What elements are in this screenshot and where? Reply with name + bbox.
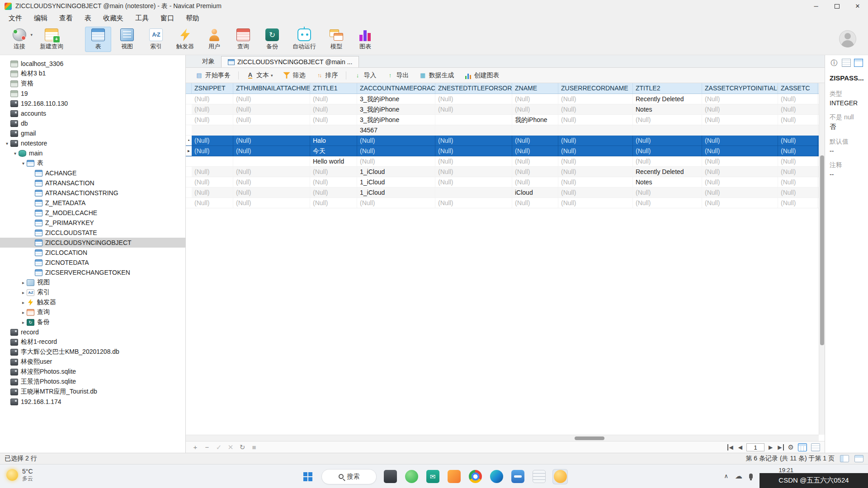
table-cell[interactable] bbox=[192, 156, 233, 166]
table-cell[interactable]: (Null) bbox=[233, 177, 310, 187]
table-cell[interactable]: (Null) bbox=[192, 136, 233, 145]
sidebar-item[interactable]: 林浚熙Photos.sqlite bbox=[0, 367, 185, 377]
table-cell[interactable]: (Null) bbox=[512, 94, 558, 104]
table-cell[interactable]: (Null) bbox=[357, 146, 435, 156]
taskbar-orange-app[interactable] bbox=[446, 469, 462, 484]
chevron-down-icon[interactable]: ▾ bbox=[12, 151, 19, 156]
table-cell[interactable]: (Null) bbox=[310, 94, 357, 104]
menu-item-2[interactable]: 查看 bbox=[53, 12, 79, 24]
taskbar-chrome-app[interactable] bbox=[467, 469, 483, 484]
chevron-right-icon[interactable]: ▸ bbox=[20, 310, 27, 315]
delete-record-button[interactable]: − bbox=[202, 443, 212, 451]
apply-changes-button[interactable]: ✓ bbox=[214, 443, 224, 451]
table-cell[interactable]: (Null) bbox=[357, 198, 435, 208]
column-header[interactable]: ZUSERRECORDNAME bbox=[558, 83, 633, 94]
table-row[interactable]: (Null)(Null)(Null)3_我的iPhone我的iPhone(Nul… bbox=[186, 115, 825, 125]
table-cell[interactable]: Recently Deleted bbox=[633, 167, 702, 177]
sidebar-item[interactable]: ZICCLOUDSTATE bbox=[0, 228, 185, 238]
table-cell[interactable]: (Null) bbox=[633, 198, 702, 208]
toolbar-view-button[interactable]: 视图 bbox=[114, 27, 140, 52]
cloud-icon[interactable]: ☁ bbox=[735, 472, 742, 480]
toolbar-backup-button[interactable]: 备份 bbox=[259, 27, 285, 52]
taskbar-notes-app[interactable] bbox=[531, 469, 547, 484]
table-cell[interactable]: 我的iPhone bbox=[512, 115, 558, 125]
sidebar-item[interactable]: ZICLOCATION bbox=[0, 248, 185, 258]
table-cell[interactable]: (Null) bbox=[702, 136, 778, 145]
sidebar-item[interactable]: 192.168.1.174 bbox=[0, 397, 185, 407]
close-button[interactable]: ✕ bbox=[847, 0, 868, 12]
table-cell[interactable]: (Null) bbox=[778, 146, 818, 156]
sidebar-item[interactable]: ZICCLOUDSYNCINGOBJECT bbox=[0, 238, 185, 248]
toolbar-trigger-button[interactable]: 触发器 bbox=[172, 27, 198, 52]
user-avatar[interactable] bbox=[839, 30, 856, 47]
table-row[interactable]: (Null)(Null)(Null)1_iCloudiCloud(Null)(N… bbox=[186, 188, 825, 198]
table-cell[interactable]: (Null) bbox=[233, 146, 310, 156]
vertical-scrollbar-thumb[interactable] bbox=[820, 155, 824, 345]
sidebar-item[interactable]: record bbox=[0, 327, 185, 337]
table-cell[interactable]: (Null) bbox=[435, 198, 512, 208]
toolbar-user-button[interactable]: 用户 bbox=[201, 27, 227, 52]
table-cell[interactable]: (Null) bbox=[778, 188, 818, 197]
toolbar-automation-button[interactable]: 自动运行 bbox=[288, 27, 321, 52]
table-cell[interactable]: (Null) bbox=[702, 177, 778, 187]
grid-toolbar-sort-button[interactable]: 排序 bbox=[311, 70, 342, 81]
table-cell[interactable]: (Null) bbox=[778, 94, 818, 104]
chevron-right-icon[interactable]: ▸ bbox=[20, 280, 27, 285]
table-cell[interactable]: (Null) bbox=[702, 156, 778, 166]
form-view-toggle[interactable] bbox=[811, 443, 820, 451]
table-cell[interactable]: (Null) bbox=[558, 146, 633, 156]
table-cell[interactable]: (Null) bbox=[310, 198, 357, 208]
table-cell[interactable]: Halo bbox=[310, 136, 357, 145]
toolbar-new-query-button[interactable]: 新建查询 bbox=[35, 27, 68, 52]
toolbar-query-button[interactable]: 查询 bbox=[230, 27, 256, 52]
table-cell[interactable]: (Null) bbox=[512, 198, 558, 208]
table-cell[interactable]: (Null) bbox=[357, 136, 435, 145]
table-cell[interactable]: (Null) bbox=[192, 115, 233, 125]
tab-table[interactable]: ZICCLOUDSYNCINGOBJECT @main ... bbox=[221, 56, 359, 67]
table-cell[interactable]: Notes bbox=[633, 177, 702, 187]
grid-toolbar-filter-button[interactable]: 筛选 bbox=[279, 70, 310, 81]
table-cell[interactable] bbox=[435, 125, 512, 135]
table-cell[interactable] bbox=[310, 125, 357, 135]
chevron-right-icon[interactable]: ▸ bbox=[20, 300, 27, 305]
table-cell[interactable]: (Null) bbox=[778, 136, 818, 145]
toolbar-model-button[interactable]: 模型 bbox=[323, 27, 349, 52]
table-cell[interactable]: (Null) bbox=[702, 146, 778, 156]
table-cell[interactable]: (Null) bbox=[702, 188, 778, 197]
sidebar-item[interactable]: 检材3 b1 bbox=[0, 69, 185, 79]
sidebar-item[interactable]: ▾表 bbox=[0, 158, 185, 168]
table-cell[interactable]: (Null) bbox=[435, 104, 512, 114]
table-cell[interactable]: (Null) bbox=[192, 177, 233, 187]
column-header[interactable]: ZASSETC bbox=[778, 83, 818, 94]
first-page-button[interactable]: ◀ bbox=[727, 444, 734, 450]
table-cell[interactable]: (Null) bbox=[192, 146, 233, 156]
table-cell[interactable]: (Null) bbox=[233, 115, 310, 125]
table-cell[interactable]: iCloud bbox=[512, 188, 558, 197]
table-cell[interactable] bbox=[233, 125, 310, 135]
column-header[interactable]: ZTITLE1 bbox=[310, 83, 357, 94]
stop-button[interactable]: ■ bbox=[249, 443, 259, 451]
column-header[interactable]: ZTHUMBNAILATTACHMEI bbox=[233, 83, 310, 94]
table-cell[interactable] bbox=[233, 156, 310, 166]
sidebar-item[interactable]: ▾notestore bbox=[0, 138, 185, 148]
horizontal-scrollbar[interactable] bbox=[186, 435, 819, 441]
column-header[interactable]: ZNESTEDTITLEFORSORTIN bbox=[435, 83, 512, 94]
table-row[interactable]: •(Null)(Null)Halo(Null)(Null)(Null)(Null… bbox=[186, 136, 825, 146]
horizontal-scrollbar-thumb[interactable] bbox=[575, 436, 604, 440]
column-header[interactable]: ZASSETCRYPTOINITIALIZA bbox=[702, 83, 778, 94]
grid-toolbar-export-button[interactable]: 导出 bbox=[382, 70, 413, 81]
start-button[interactable] bbox=[300, 469, 316, 484]
chevron-up-icon[interactable]: ∧ bbox=[724, 473, 728, 479]
grid-toolbar-import-button[interactable]: 导入 bbox=[350, 70, 381, 81]
sidebar-item[interactable]: ▸索引 bbox=[0, 287, 185, 297]
table-cell[interactable]: Notes bbox=[633, 104, 702, 114]
sidebar-item[interactable]: Z_METADATA bbox=[0, 198, 185, 208]
table-cell[interactable]: (Null) bbox=[778, 167, 818, 177]
weather-widget[interactable]: 5°C 多云 bbox=[6, 468, 33, 482]
table-cell[interactable]: (Null) bbox=[702, 104, 778, 114]
table-cell[interactable]: (Null) bbox=[512, 146, 558, 156]
table-cell[interactable] bbox=[435, 188, 512, 197]
sidebar-item[interactable]: ZICSERVERCHANGETOKEN bbox=[0, 267, 185, 277]
table-cell[interactable]: 3_我的iPhone bbox=[357, 104, 435, 114]
add-record-button[interactable]: + bbox=[190, 443, 200, 451]
